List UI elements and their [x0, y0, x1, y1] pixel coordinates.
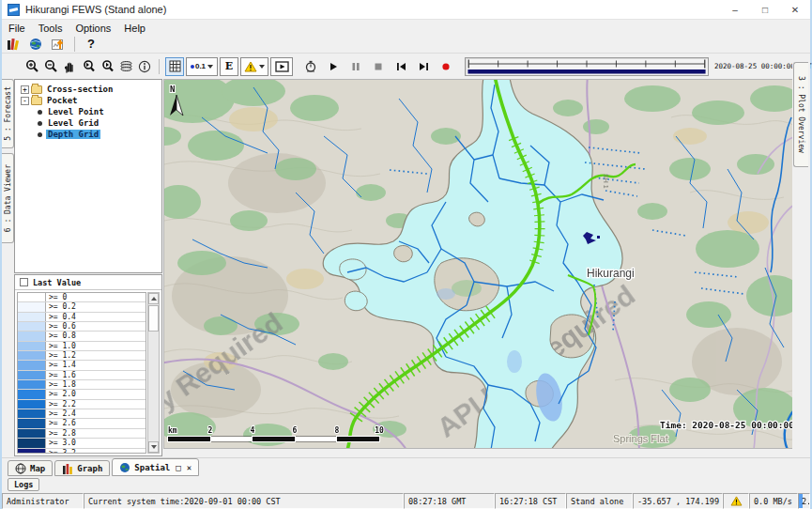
bottom-tab-bar: Map Graph Spatial □ ✕	[2, 457, 810, 476]
color-swatch	[18, 342, 46, 350]
zoom-out-button[interactable]	[41, 57, 60, 76]
legend-row: >= 0.4	[18, 313, 146, 322]
show-grid-button[interactable]	[165, 57, 184, 76]
warnings-dropdown[interactable]	[240, 57, 268, 76]
pause-icon	[351, 62, 360, 71]
animation-controls	[299, 57, 457, 76]
grid-icon	[169, 60, 181, 72]
legend-row: >= 0.6	[18, 322, 146, 332]
map-display-button[interactable]	[24, 36, 47, 53]
globe-icon	[119, 462, 130, 473]
skip-back-icon	[396, 62, 406, 71]
menu-tools[interactable]: Tools	[32, 21, 69, 35]
legend-row: >= 1.0	[18, 342, 146, 351]
status-user: Administrator	[2, 493, 84, 509]
close-button[interactable]: ✕	[780, 0, 810, 19]
dot-icon	[191, 65, 194, 69]
tree-item-level-point[interactable]: Level Point	[15, 106, 161, 117]
zoom-previous-icon	[82, 59, 96, 73]
chart-arrow-icon	[52, 38, 66, 51]
map-time-overlay: Time: 2020-08-25 00:00:00 CST	[660, 420, 795, 430]
maximize-button[interactable]: □	[750, 0, 780, 19]
color-swatch	[18, 361, 46, 369]
globe-icon	[29, 38, 42, 51]
scroll-up-icon[interactable]	[148, 293, 159, 304]
north-label: N	[170, 85, 175, 94]
toolbar-separator	[159, 59, 160, 74]
pan-button[interactable]	[60, 57, 79, 76]
bullet-icon	[38, 110, 42, 115]
play-button[interactable]	[324, 57, 343, 76]
legend-row: >= 1.4	[18, 361, 146, 370]
timeseries-dialog-button[interactable]	[2, 36, 24, 53]
application-window: Hikurangi FEWS (Stand alone) – □ ✕ File …	[0, 0, 812, 509]
logs-button[interactable]: Logs	[8, 478, 39, 491]
road-label: SH 1	[603, 174, 609, 189]
menu-help[interactable]: Help	[117, 21, 152, 35]
menu-bar: File Tools Options Help	[2, 21, 810, 35]
tree-item-level-grid[interactable]: Level Grid	[15, 117, 161, 129]
tab-close-icon[interactable]: ✕	[187, 463, 192, 472]
last-value-checkbox[interactable]	[20, 278, 28, 286]
tab-maximize-icon[interactable]: □	[176, 463, 180, 472]
color-swatch	[18, 332, 46, 340]
zoom-next-button[interactable]	[98, 57, 116, 76]
status-local-time: 16:27:18 CST	[495, 493, 566, 509]
legend-panel: Last Value >= 0 >= 0.2 >= 0.4 >= 0.6 >= …	[14, 274, 162, 456]
legend-toggle-button[interactable]: E	[220, 57, 238, 76]
expand-icon[interactable]: +	[21, 85, 29, 94]
tab-map[interactable]: Map	[8, 460, 53, 476]
zoom-in-button[interactable]	[23, 57, 41, 76]
status-warning[interactable]	[723, 493, 749, 509]
tab-spatial[interactable]: Spatial □ ✕	[112, 458, 199, 476]
scroll-down-icon[interactable]	[148, 441, 159, 453]
help-button[interactable]: ?	[80, 36, 102, 53]
play-icon	[329, 62, 338, 71]
zoom-previous-button[interactable]	[79, 57, 98, 76]
hand-icon	[63, 60, 76, 73]
menu-options[interactable]: Options	[69, 21, 117, 35]
time-slider[interactable]	[465, 57, 709, 76]
tree-item-depth-grid[interactable]: Depth Grid	[15, 129, 161, 140]
svg-text:4: 4	[251, 426, 255, 435]
help-icon: ?	[87, 37, 95, 51]
scrollbar-thumb[interactable]	[148, 305, 159, 332]
layers-button[interactable]	[116, 57, 135, 76]
pause-button[interactable]	[346, 57, 365, 76]
tree-item-cross-section[interactable]: + Cross-section	[15, 84, 161, 95]
color-swatch	[18, 302, 46, 311]
grid-display-button[interactable]	[47, 36, 69, 53]
spatial-map[interactable]: API Key Required API Key Required	[163, 79, 795, 449]
stop-button[interactable]	[369, 57, 388, 76]
legend-row: >= 0.2	[18, 302, 146, 312]
status-memory: 2.5 GB	[798, 493, 810, 509]
set-time-button[interactable]	[301, 57, 320, 76]
go-last-button[interactable]	[414, 57, 433, 76]
zoom-next-icon	[100, 59, 115, 73]
legend-row: >= 0.8	[18, 332, 146, 341]
movie-play-icon	[275, 61, 289, 72]
info-button[interactable]	[135, 57, 154, 76]
warning-icon	[244, 61, 257, 72]
warning-icon	[730, 496, 743, 506]
tab-data-viewer[interactable]: 6 : Data Viewer	[2, 153, 14, 243]
tab-graph[interactable]: Graph	[54, 460, 110, 476]
legend-scrollbar[interactable]	[147, 292, 160, 454]
folder-icon	[31, 97, 42, 105]
zoom-out-icon	[44, 59, 58, 73]
menu-file[interactable]: File	[2, 21, 32, 35]
tab-plot-overview[interactable]: 3 : Plot Overview	[793, 62, 808, 167]
chevron-down-icon	[207, 65, 213, 69]
value-precision-dropdown[interactable]: 0.1	[186, 57, 218, 76]
record-button[interactable]	[437, 57, 455, 76]
tab-forecast[interactable]: 5 : Forecast	[2, 79, 14, 148]
go-first-button[interactable]	[391, 57, 410, 76]
color-swatch	[18, 449, 46, 455]
collapse-icon[interactable]: -	[21, 97, 29, 105]
movie-export-button[interactable]	[270, 57, 293, 76]
window-title: Hikurangi FEWS (Stand alone)	[25, 4, 166, 15]
svg-text:10: 10	[375, 426, 384, 435]
record-icon	[441, 62, 451, 71]
tree-item-pocket[interactable]: - Pocket	[15, 95, 161, 106]
minimize-button[interactable]: –	[720, 0, 750, 19]
